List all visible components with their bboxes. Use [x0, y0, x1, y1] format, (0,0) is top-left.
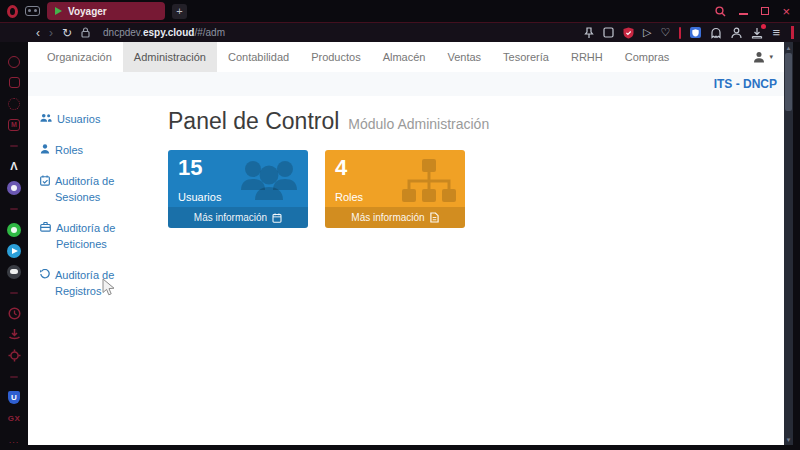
calendar-check-icon	[40, 175, 50, 186]
users-icon	[40, 113, 52, 123]
heart-icon[interactable]: ♡	[661, 27, 671, 38]
snapshot-icon[interactable]	[603, 27, 614, 38]
window-controls: ×	[715, 5, 800, 18]
sidebar-item-label: Usuarios	[57, 112, 100, 128]
telegram-icon[interactable]	[7, 244, 21, 258]
speed-dial-icon[interactable]	[8, 56, 20, 68]
file-icon	[430, 212, 439, 223]
menu-icon[interactable]: ≡	[772, 26, 780, 39]
sitemap-icon	[399, 158, 459, 204]
web-page: Organización Administración Contabilidad…	[28, 42, 793, 445]
card-usuarios-more-link[interactable]: Más información	[168, 207, 308, 228]
brand-row: ITS - DNCP	[28, 72, 793, 96]
gx-label: GX	[8, 414, 21, 423]
close-icon[interactable]: ×	[782, 5, 790, 18]
ghost-extension-icon[interactable]	[710, 27, 722, 39]
whatsapp-icon[interactable]	[7, 223, 21, 237]
new-tab-button[interactable]: +	[172, 4, 187, 19]
scroll-up-icon[interactable]: ▴	[787, 42, 791, 53]
sidebar-item-label: Roles	[55, 143, 83, 159]
settings-gear-icon[interactable]	[8, 349, 21, 362]
nav-tab-compras[interactable]: Compras	[614, 42, 681, 72]
sidebar-item-roles[interactable]: Roles	[40, 143, 158, 159]
nav-tab-tesoreria[interactable]: Tesorería	[492, 42, 560, 72]
download-icon[interactable]	[751, 27, 763, 39]
card-roles-label: Roles	[335, 191, 363, 203]
aria-icon[interactable]	[8, 98, 20, 110]
player-icon[interactable]: ▷	[643, 27, 651, 38]
lock-icon	[81, 27, 90, 38]
history-icon[interactable]	[8, 307, 21, 320]
url-path: /#/adm	[194, 27, 225, 38]
pin-icon[interactable]	[584, 27, 594, 39]
card-roles-count: 4	[335, 155, 347, 181]
scroll-down-icon[interactable]: ▾	[787, 434, 791, 445]
toolbar-separator	[679, 27, 681, 39]
card-roles: 4 Roles Más información	[325, 150, 465, 228]
nav-tab-ventas[interactable]: Ventas	[436, 42, 492, 72]
window-right-edge	[793, 42, 800, 445]
download-badge	[761, 24, 766, 29]
sidebar-setup-icon[interactable]	[25, 6, 40, 16]
briefcase-icon	[40, 222, 51, 232]
maximize-icon[interactable]	[761, 7, 769, 15]
nav-tab-rrhh[interactable]: RRHH	[560, 42, 614, 72]
install-icon[interactable]	[8, 328, 21, 341]
minimize-icon[interactable]	[739, 13, 748, 15]
window-bottom-edge	[0, 445, 800, 450]
app-side-menu: Usuarios Roles Auditoría de Sesiones Aud…	[28, 106, 158, 300]
discord-icon[interactable]	[7, 265, 21, 279]
nav-tab-productos[interactable]: Productos	[300, 42, 372, 72]
ublock-shield-icon[interactable]: U	[8, 391, 20, 404]
sidebar-item-auditoria-peticiones[interactable]: Auditoría de Peticiones	[40, 221, 158, 253]
calendar-icon	[272, 213, 282, 223]
sidebar-item-label: Auditoría de Registros	[55, 268, 142, 300]
page-scrollbar[interactable]: ▴ ▾	[784, 42, 793, 445]
brand-text: ITS - DNCP	[714, 77, 777, 91]
opera-gx-logo-icon	[7, 5, 18, 18]
profile-extension-icon[interactable]	[731, 27, 742, 39]
mods-icon[interactable]: M	[8, 119, 20, 131]
nav-tab-organizacion[interactable]: Organización	[36, 42, 123, 72]
history-icon	[40, 269, 50, 279]
role-user-icon	[40, 144, 50, 154]
back-icon[interactable]: ‹	[36, 27, 40, 39]
ublock-extension-icon[interactable]	[690, 27, 701, 38]
tab-title: Voyager	[68, 6, 107, 17]
gx-sidebar: M Λ U GX ...	[0, 42, 28, 445]
nav-tab-almacen[interactable]: Almacén	[372, 42, 437, 72]
gx-sidebar-divider	[10, 145, 18, 147]
viber-icon[interactable]	[7, 181, 21, 195]
tab-favicon-play-icon	[55, 7, 62, 15]
gx-sidebar-divider	[10, 292, 18, 294]
card-roles-more-link[interactable]: Más información	[325, 207, 465, 228]
app-icon[interactable]: Λ	[10, 161, 17, 172]
browser-toolbar: ‹ › ↻ dncpdev.espy.cloud/#/adm ▷ ♡ ≡	[0, 22, 800, 42]
gx-more-icon[interactable]: ...	[9, 435, 20, 445]
gx-corner-icon[interactable]	[9, 77, 20, 88]
reload-icon[interactable]: ↻	[62, 27, 72, 39]
nav-tab-administracion[interactable]: Administración	[123, 42, 217, 72]
gx-sidebar-divider	[10, 376, 18, 378]
sidebar-item-auditoria-sesiones[interactable]: Auditoría de Sesiones	[40, 174, 158, 206]
toolbar-extensions: ▷ ♡ ≡	[584, 26, 794, 39]
search-icon[interactable]	[715, 6, 726, 17]
app-navbar: Organización Administración Contabilidad…	[28, 42, 793, 72]
url-text[interactable]: dncpdev.espy.cloud/#/adm	[103, 27, 225, 38]
window-edge-accent	[791, 26, 794, 39]
page-subtitle: Módulo Administración	[348, 116, 489, 132]
scrollbar-thumb[interactable]	[785, 53, 792, 111]
url-subdomain: dncpdev.	[103, 27, 143, 38]
sidebar-item-label: Auditoría de Sesiones	[55, 174, 142, 206]
forward-icon[interactable]: ›	[49, 27, 53, 39]
sidebar-item-usuarios[interactable]: Usuarios	[40, 112, 158, 128]
chevron-down-icon: ▾	[769, 53, 773, 61]
gx-sidebar-divider	[10, 208, 18, 210]
sidebar-item-auditoria-registros[interactable]: Auditoría de Registros	[40, 268, 158, 300]
browser-tab-bar: Voyager + ×	[0, 0, 800, 22]
shield-icon[interactable]	[623, 27, 634, 39]
nav-tab-contabilidad[interactable]: Contabilidad	[217, 42, 300, 72]
page-title: Panel de Control	[168, 108, 339, 135]
url-domain: espy.cloud	[143, 27, 195, 38]
browser-tab[interactable]: Voyager	[47, 2, 165, 20]
